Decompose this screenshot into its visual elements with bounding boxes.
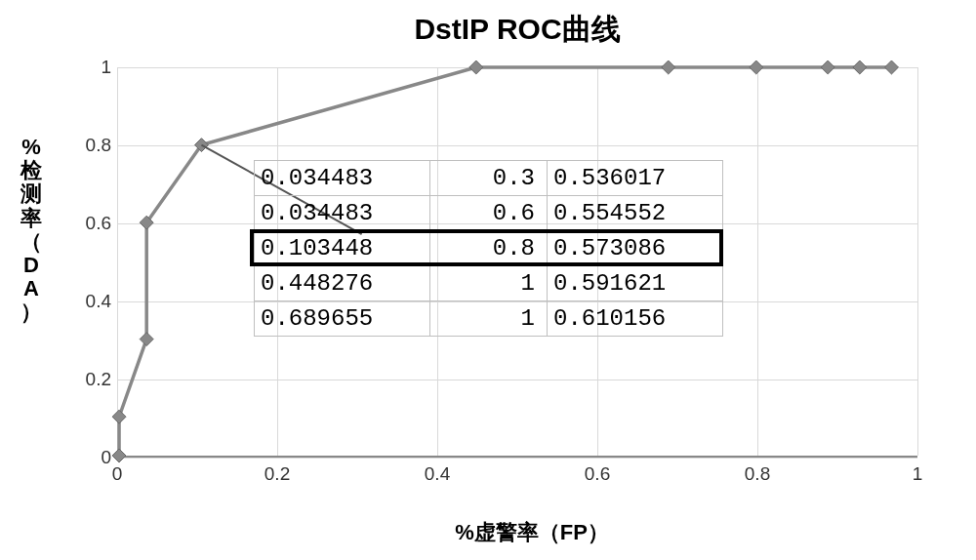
x-tick-label: 0.6: [585, 463, 610, 485]
y-tick-label: 0.6: [66, 213, 111, 234]
table-cell: 1: [430, 266, 548, 301]
x-tick-label: 0.8: [745, 463, 770, 485]
gridline-h: [117, 458, 917, 459]
data-marker: [853, 60, 867, 74]
table-row: 0.1034480.80.573086: [255, 231, 723, 266]
gridline-v: [917, 67, 918, 456]
x-axis-label: %虚警率（FP）: [117, 518, 947, 547]
table-cell: 0.8: [430, 231, 548, 266]
table-row: 0.68965510.610156: [255, 301, 723, 337]
table-cell: 0.448276: [255, 266, 430, 301]
data-marker: [112, 410, 126, 423]
data-marker: [662, 60, 675, 74]
table-cell: 0.573086: [548, 231, 723, 266]
plot-wrap: % 检 测 率 （ D A ） 00.20.40.60.8100.20.40.6…: [29, 58, 947, 477]
data-marker: [821, 60, 834, 74]
table-cell: 0.034483: [255, 196, 430, 231]
x-tick-label: 0.2: [264, 463, 290, 485]
table-cell: 0.610156: [548, 301, 723, 337]
data-marker: [750, 60, 763, 74]
annotation-table: 0.0344830.30.5360170.0344830.60.5545520.…: [254, 160, 723, 337]
x-tick-label: 0: [112, 463, 123, 485]
table-row: 0.44827610.591621: [255, 266, 723, 301]
x-tick-label: 0.4: [425, 463, 450, 485]
y-tick-label: 1: [66, 57, 111, 78]
table-row: 0.0344830.60.554552: [255, 196, 723, 231]
table-cell: 0.536017: [548, 161, 723, 196]
table-cell: 0.6: [430, 196, 548, 231]
table-cell: 0.591621: [548, 266, 723, 301]
table-row: 0.0344830.30.536017: [255, 161, 723, 196]
table-cell: 0.3: [430, 161, 548, 196]
data-marker: [140, 333, 153, 346]
table-cell: 0.689655: [255, 301, 430, 337]
table-cell: 0.103448: [255, 231, 430, 266]
table-cell: 0.034483: [255, 161, 430, 196]
y-tick-label: 0.8: [66, 135, 111, 156]
y-tick-label: 0.2: [66, 369, 111, 390]
x-tick-label: 1: [913, 463, 923, 485]
y-axis-label: % 检 测 率 （ D A ）: [20, 136, 43, 325]
chart-title: DstIP ROC曲线: [88, 10, 947, 50]
y-tick-label: 0.4: [66, 291, 111, 312]
chart-container: DstIP ROC曲线 % 检 测 率 （ D A ） 00.20.40.60.…: [29, 10, 947, 550]
data-marker: [885, 60, 899, 74]
table-cell: 0.554552: [548, 196, 723, 231]
data-marker: [469, 60, 483, 74]
data-marker: [112, 449, 126, 462]
y-tick-label: 0: [66, 447, 111, 468]
table-cell: 1: [430, 301, 548, 337]
